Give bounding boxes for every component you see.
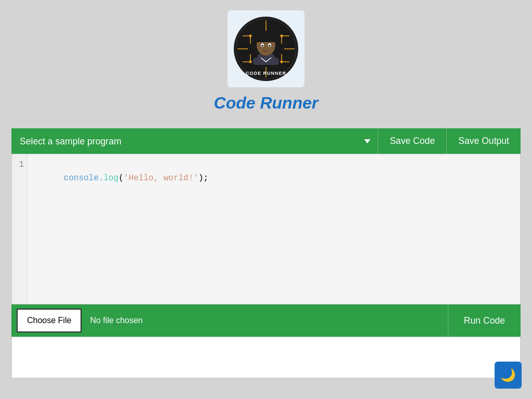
file-input-area: Choose File No file chosen bbox=[11, 304, 448, 337]
logo-svg: CODE RUNNER bbox=[232, 15, 300, 83]
svg-point-16 bbox=[249, 61, 251, 63]
code-editor: 1 console.log('Hello, world!'); bbox=[11, 154, 521, 304]
svg-point-17 bbox=[280, 61, 283, 63]
svg-text:CODE RUNNER: CODE RUNNER bbox=[246, 71, 286, 76]
code-dot: . bbox=[99, 174, 104, 183]
main-container: Select a sample programHello WorldFibona… bbox=[11, 128, 521, 378]
code-method-log: log bbox=[103, 174, 118, 183]
code-paren-close: ) bbox=[198, 174, 204, 183]
app-title: Code Runner bbox=[214, 94, 318, 113]
svg-rect-22 bbox=[257, 37, 275, 42]
run-code-button[interactable]: Run Code bbox=[448, 304, 521, 337]
toolbar: Select a sample programHello WorldFibona… bbox=[11, 128, 521, 154]
sample-program-select[interactable]: Select a sample programHello WorldFibona… bbox=[11, 128, 378, 154]
file-name-label: No file chosen bbox=[87, 316, 142, 325]
svg-rect-19 bbox=[253, 58, 279, 65]
dark-mode-toggle[interactable]: 🌙 bbox=[495, 362, 522, 389]
line-numbers: 1 bbox=[12, 154, 28, 304]
save-output-button[interactable]: Save Output bbox=[446, 128, 521, 154]
choose-file-button[interactable]: Choose File bbox=[17, 309, 82, 332]
moon-icon: 🌙 bbox=[500, 368, 516, 382]
logo-image: CODE RUNNER bbox=[228, 10, 304, 87]
svg-point-26 bbox=[269, 45, 271, 47]
code-display[interactable]: console.log('Hello, world!'); bbox=[28, 154, 520, 304]
logo-container: CODE RUNNER Code Runner bbox=[214, 10, 318, 123]
save-code-button[interactable]: Save Code bbox=[378, 128, 446, 154]
file-run-row: Choose File No file chosen Run Code bbox=[11, 304, 521, 337]
code-semicolon: ; bbox=[204, 174, 209, 183]
svg-point-15 bbox=[280, 35, 283, 37]
output-area[interactable] bbox=[11, 337, 521, 378]
code-paren-open: ( bbox=[118, 174, 124, 183]
svg-point-14 bbox=[249, 35, 251, 37]
code-string: 'Hello, world!' bbox=[124, 174, 198, 183]
code-keyword-console: console bbox=[64, 174, 99, 183]
svg-point-25 bbox=[261, 45, 263, 47]
